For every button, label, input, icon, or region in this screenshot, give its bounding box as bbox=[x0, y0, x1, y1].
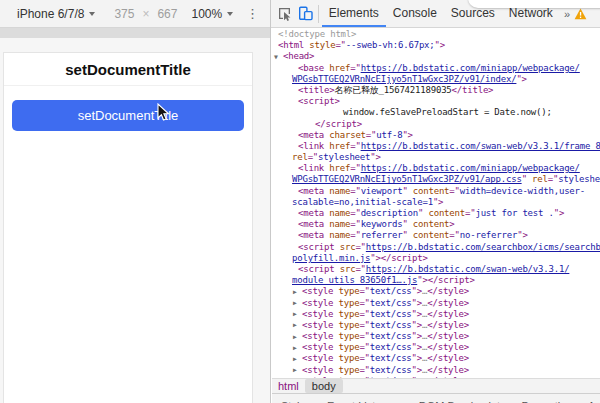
code-line[interactable]: <meta name="referrer" content="no-referr… bbox=[272, 230, 600, 241]
collapse-arrow-icon[interactable]: ▼ bbox=[274, 52, 278, 63]
code-token: type bbox=[339, 331, 360, 341]
code-line[interactable]: <title>名称已释放_1567421189035</title> bbox=[272, 85, 600, 96]
code-token: <meta bbox=[298, 130, 329, 140]
code-token: type bbox=[339, 342, 360, 352]
code-line[interactable]: ▶<style type="text/css">…</style> bbox=[272, 365, 600, 376]
code-line[interactable]: <link href="https://b.bdstatic.com/swan-… bbox=[272, 141, 600, 152]
code-token: </style> bbox=[427, 353, 469, 363]
code-token: <base bbox=[298, 63, 329, 73]
device-selector[interactable]: iPhone 6/7/8 bbox=[17, 7, 84, 21]
tab-console[interactable]: Console bbox=[386, 0, 444, 27]
more-options-button[interactable]: ⋮ bbox=[246, 9, 259, 19]
inspect-element-icon[interactable] bbox=[274, 3, 295, 25]
code-token: =" bbox=[359, 298, 369, 308]
code-token: https://b.bdstatic.com/swan-web/v3.3.1/ bbox=[366, 264, 570, 274]
code-line[interactable]: WPGsbTTGEQ2VRnNcEIjyo5nT1wGxc3PZ/v91/app… bbox=[272, 174, 600, 185]
device-toolbar-toggle-icon[interactable] bbox=[295, 3, 316, 25]
code-line[interactable]: <script src="https://b.bdstatic.com/sear… bbox=[272, 242, 600, 253]
dimension-separator: × bbox=[142, 7, 149, 21]
code-token: "></script> bbox=[370, 253, 427, 263]
code-line[interactable]: ▶<style type="text/css">…</style> bbox=[272, 320, 600, 331]
code-line[interactable]: rel="stylesheet"> bbox=[272, 152, 600, 163]
expand-arrow-icon[interactable]: ▶ bbox=[293, 354, 297, 365]
devtools-elements-panel: ElementsConsoleSourcesNetwork » <!doctyp… bbox=[270, 0, 600, 403]
set-document-title-button[interactable]: setDocumentTitle bbox=[12, 100, 244, 131]
code-token: https://b.bdstatic.com/miniapp/webpackag… bbox=[361, 63, 580, 73]
expand-arrow-icon[interactable]: ▶ bbox=[293, 343, 297, 354]
zoom-selector[interactable]: 100% bbox=[191, 7, 222, 21]
code-token: =" bbox=[350, 63, 360, 73]
code-line[interactable]: </script> bbox=[272, 119, 600, 130]
code-line[interactable]: <meta charset="utf-8"> bbox=[272, 130, 600, 141]
code-token: content bbox=[428, 208, 465, 218]
code-token: <meta bbox=[298, 219, 329, 229]
code-token: <style bbox=[302, 331, 339, 341]
code-line[interactable]: polyfill.min.js"></script> bbox=[272, 253, 600, 264]
code-token: keywords bbox=[361, 219, 403, 229]
code-token: </style> bbox=[427, 320, 469, 330]
code-token: referrer bbox=[361, 230, 403, 240]
code-token: =" bbox=[366, 130, 376, 140]
code-token: =" bbox=[449, 186, 459, 196]
code-token: WPGsbTTGEQ2VRnNcEIjyo5nT1wGxc3PZ/v91/ind… bbox=[292, 74, 516, 84]
device-height-value: 667 bbox=[157, 7, 177, 21]
code-token: </script> bbox=[315, 119, 362, 129]
code-token: text/css bbox=[370, 331, 412, 341]
warning-icon[interactable] bbox=[574, 8, 587, 20]
sidebar-tab-styles[interactable]: Styles bbox=[281, 400, 311, 403]
code-line[interactable]: <link href="https://b.bdstatic.com/minia… bbox=[272, 163, 600, 174]
breadcrumb-item-html[interactable]: html bbox=[272, 380, 304, 392]
code-token: "> bbox=[412, 286, 422, 296]
code-token: </style> bbox=[427, 309, 469, 319]
expand-arrow-icon[interactable]: ▶ bbox=[293, 332, 297, 343]
code-token: =" bbox=[308, 152, 318, 162]
code-line[interactable]: ▼<head> bbox=[272, 51, 600, 62]
tab-elements[interactable]: Elements bbox=[322, 0, 386, 27]
code-line[interactable]: <html style="--sweb-vh:6.67px;"> bbox=[272, 40, 600, 51]
code-token: </title> bbox=[452, 85, 494, 95]
expand-arrow-icon[interactable]: ▶ bbox=[293, 298, 297, 309]
code-line[interactable]: <meta name="viewport" content="width=dev… bbox=[272, 186, 600, 197]
sidebar-tab-accessibility[interactable]: Accessibility bbox=[588, 400, 600, 403]
code-token: <html bbox=[278, 40, 309, 50]
code-token: "> bbox=[554, 208, 564, 218]
code-line[interactable]: window.feSlavePreloadStart = Date.now(); bbox=[272, 107, 600, 118]
code-line[interactable]: ▶<style type="text/css">…</style> bbox=[272, 331, 600, 342]
code-token: =" bbox=[359, 309, 369, 319]
code-token: =" bbox=[350, 141, 360, 151]
code-line[interactable]: <meta name="keywords" content> bbox=[272, 219, 600, 230]
code-token: text/css bbox=[370, 342, 412, 352]
sidebar-tab-dom-breakpoints[interactable]: DOM Breakpoints bbox=[419, 400, 506, 403]
code-line[interactable]: <meta name="description" content="just f… bbox=[272, 208, 600, 219]
code-token: <link bbox=[298, 141, 329, 151]
more-tabs-button[interactable]: » bbox=[560, 8, 574, 20]
code-line[interactable]: ▶<style type="text/css">…</style> bbox=[272, 309, 600, 320]
expand-arrow-icon[interactable]: ▶ bbox=[293, 320, 297, 331]
code-token: href bbox=[329, 141, 350, 151]
code-line[interactable]: ▶<style type="text/css">…</style> bbox=[272, 298, 600, 309]
code-line[interactable]: module_utils_83650f1….js"></script> bbox=[272, 275, 600, 286]
code-line[interactable]: scalable=no,initial-scale=1"> bbox=[272, 197, 600, 208]
code-line[interactable]: <script> bbox=[272, 96, 600, 107]
code-token: charset bbox=[329, 130, 366, 140]
sidebar-tab-properties[interactable]: Properties bbox=[522, 400, 572, 403]
code-token: text/css bbox=[370, 309, 412, 319]
code-line[interactable]: ▶<style type="text/css">…</style> bbox=[272, 286, 600, 297]
code-line[interactable]: ▶<style type="text/css">…</style> bbox=[272, 353, 600, 364]
code-token: "> bbox=[412, 331, 422, 341]
breadcrumb-item-body[interactable]: body bbox=[305, 379, 343, 393]
expand-arrow-icon[interactable]: ▶ bbox=[293, 287, 297, 298]
code-token: type bbox=[339, 286, 360, 296]
code-line[interactable]: WPGsbTTGEQ2VRnNcEIjyo5nT1wGxc3PZ/v91/ind… bbox=[272, 74, 600, 85]
code-token: src bbox=[340, 264, 356, 274]
code-token: type bbox=[339, 298, 360, 308]
code-line[interactable]: ▶<style type="text/css">…</style> bbox=[272, 342, 600, 353]
code-token: <script bbox=[298, 264, 340, 274]
expand-arrow-icon[interactable]: ▶ bbox=[293, 309, 297, 320]
code-line[interactable]: <!doctype html> bbox=[272, 29, 600, 40]
code-token: rel bbox=[532, 174, 548, 184]
expand-arrow-icon[interactable]: ▶ bbox=[293, 365, 297, 376]
sidebar-tab-event-listeners[interactable]: Event Listeners bbox=[327, 400, 403, 403]
code-line[interactable]: <script src="https://b.bdstatic.com/swan… bbox=[272, 264, 600, 275]
code-line[interactable]: <base href="https://b.bdstatic.com/minia… bbox=[272, 63, 600, 74]
